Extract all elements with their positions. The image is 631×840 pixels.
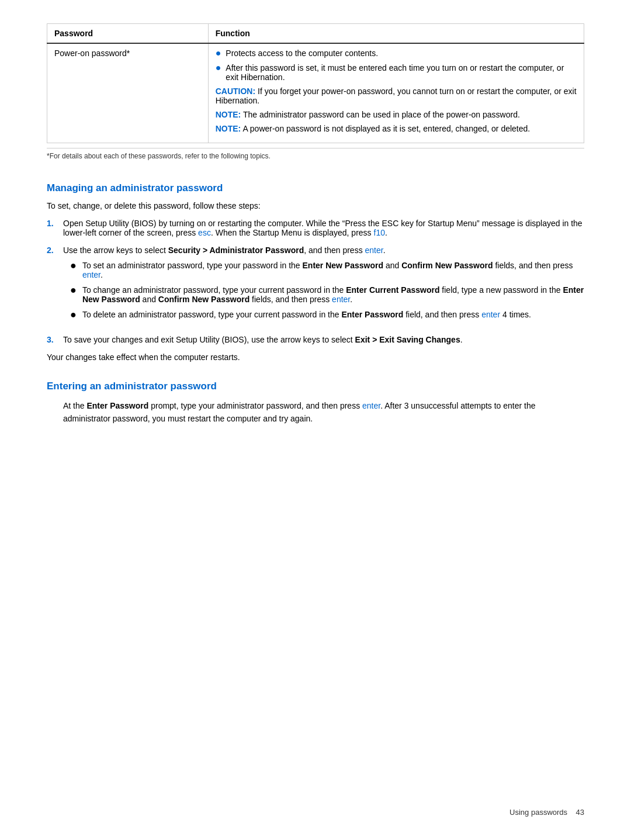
note-text-2: A power-on password is not displayed as … <box>242 124 530 133</box>
step-2-sub-bullets: ● To set an administrator password, type… <box>70 261 584 321</box>
table-header-password: Password <box>47 24 209 44</box>
step-2-enter-link[interactable]: enter <box>365 246 383 255</box>
after-changes-text: Your changes take effect when the comput… <box>47 352 584 362</box>
table-header-function: Function <box>208 24 584 44</box>
exit-saving-changes-label: Exit > Exit Saving Changes <box>355 335 460 344</box>
sub-bullet-dot-icon: ● <box>70 309 77 321</box>
entering-section-body: At the Enter Password prompt, type your … <box>63 399 584 426</box>
step-1: 1. Open Setup Utility (BIOS) by turning … <box>47 219 584 237</box>
note-block-1: NOTE: The administrator password can be … <box>216 110 577 119</box>
enter-password-label: Enter Password <box>341 310 403 319</box>
bullet-dot-icon: ● <box>216 63 221 73</box>
password-table: Password Function Power-on password* ● P… <box>47 23 584 143</box>
table-cell-function: ● Protects access to the computer conten… <box>208 43 584 143</box>
sub-bullet-change-text: To change an administrator password, typ… <box>82 285 584 304</box>
footer-page-number: 43 <box>576 808 584 817</box>
sub-bullet-set-text: To set an administrator password, type y… <box>82 261 584 279</box>
table-footnote: *For details about each of these passwor… <box>47 148 584 164</box>
sub-bullet-delete: ● To delete an administrator password, t… <box>70 310 584 321</box>
step-3-number: 3. <box>47 335 63 344</box>
step-3-content: To save your changes and exit Setup Util… <box>63 335 584 344</box>
step-2-bold: Security > Administrator Password <box>168 246 304 255</box>
confirm-new-password-label2: Confirm New Password <box>158 295 249 304</box>
page-content: Password Function Power-on password* ● P… <box>47 23 584 426</box>
managing-steps-list: 1. Open Setup Utility (BIOS) by turning … <box>47 219 584 344</box>
page-footer: Using passwords 43 <box>509 808 584 817</box>
managing-section-intro: To set, change, or delete this password,… <box>47 201 584 210</box>
sub-bullet-change: ● To change an administrator password, t… <box>70 285 584 304</box>
sub-bullet-dot-icon: ● <box>70 260 77 272</box>
sub-bullet-dot-icon: ● <box>70 284 77 296</box>
sub-bullet-delete-enter-link[interactable]: enter <box>481 310 500 319</box>
sub-bullet-set-enter-link[interactable]: enter <box>82 270 100 279</box>
enter-password-prompt-label: Enter Password <box>86 401 148 410</box>
footer-text: Using passwords <box>509 808 567 817</box>
managing-section-heading: Managing an administrator password <box>47 182 584 194</box>
table-cell-password-name: Power-on password* <box>47 43 209 143</box>
bullet-dot-icon: ● <box>216 48 221 58</box>
f10-link[interactable]: f10 <box>374 228 385 237</box>
confirm-new-password-label: Confirm New Password <box>401 261 493 270</box>
step-2-content: Use the arrow keys to select Security > … <box>63 246 584 327</box>
step-1-content: Open Setup Utility (BIOS) by turning on … <box>63 219 584 237</box>
enter-new-password-label: Enter New Password <box>303 261 384 270</box>
table-row: Power-on password* ● Protects access to … <box>47 43 584 143</box>
function-bullet-1: ● Protects access to the computer conten… <box>216 49 577 58</box>
note-label-1: NOTE: <box>216 110 241 119</box>
caution-label: CAUTION: <box>216 87 255 96</box>
enter-current-password-label: Enter Current Password <box>346 285 439 295</box>
note-text-1: The administrator password can be used i… <box>243 110 520 119</box>
sub-bullet-change-enter-link[interactable]: enter <box>332 295 350 304</box>
note-label-2: NOTE: <box>216 124 241 133</box>
esc-link[interactable]: esc <box>198 228 211 237</box>
entering-enter-link[interactable]: enter <box>362 401 380 410</box>
caution-block: CAUTION: If you forget your power-on pas… <box>216 87 577 105</box>
entering-section-heading: Entering an administrator password <box>47 381 584 392</box>
step-1-number: 1. <box>47 219 63 228</box>
caution-text: If you forget your power-on password, yo… <box>216 87 577 105</box>
note-block-2: NOTE: A power-on password is not display… <box>216 124 577 133</box>
sub-bullet-delete-text: To delete an administrator password, typ… <box>82 310 531 319</box>
sub-bullet-set: ● To set an administrator password, type… <box>70 261 584 279</box>
step-3: 3. To save your changes and exit Setup U… <box>47 335 584 344</box>
step-2-number: 2. <box>47 246 63 255</box>
step-2: 2. Use the arrow keys to select Security… <box>47 246 584 327</box>
function-bullet-2: ● After this password is set, it must be… <box>216 63 577 82</box>
